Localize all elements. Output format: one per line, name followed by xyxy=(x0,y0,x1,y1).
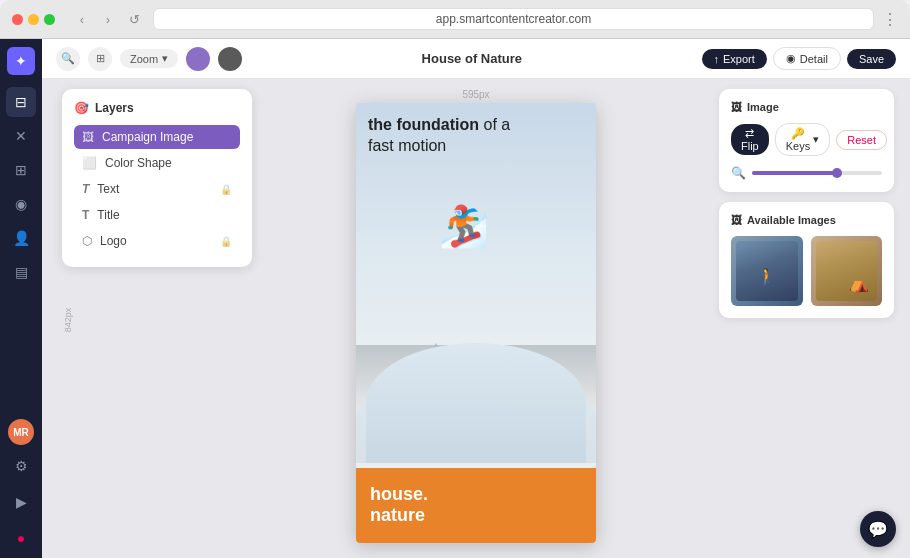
keys-label: 🔑 Keys xyxy=(786,127,810,152)
lock-icon-logo: 🔒 xyxy=(220,236,232,247)
page-title: House of Nature xyxy=(250,51,693,66)
layers-title-text: Layers xyxy=(95,101,134,115)
sidebar-icon-eye[interactable]: ◉ xyxy=(6,189,36,219)
sidebar-icon-settings[interactable]: ⚙ xyxy=(6,451,36,481)
image1-person-icon: 🚶 xyxy=(757,267,777,286)
layers-title-icon: 🎯 xyxy=(74,101,89,115)
sidebar-icon-folder[interactable]: ▤ xyxy=(6,257,36,287)
maximize-button[interactable] xyxy=(44,14,55,25)
avatar[interactable]: MR xyxy=(8,419,34,445)
browser-chrome: ‹ › ↺ app.smartcontentcreator.com ⋮ xyxy=(0,0,910,39)
layer-icon-logo: ⬡ xyxy=(82,234,92,248)
brand-name-line1: house. xyxy=(370,484,582,506)
sidebar-icon-grid[interactable]: ⊞ xyxy=(6,155,36,185)
layer-label-logo: Logo xyxy=(100,234,127,248)
export-button[interactable]: ↑ Export xyxy=(702,49,767,69)
refresh-button[interactable]: ↺ xyxy=(123,8,145,30)
layer-icon-campaign: 🖼 xyxy=(82,130,94,144)
export-icon: ↑ xyxy=(714,53,720,65)
layer-icon-color-shape: ⬜ xyxy=(82,156,97,170)
layer-item-color-shape[interactable]: ⬜ Color Shape xyxy=(74,151,240,175)
snow-mound xyxy=(366,343,586,463)
keys-button[interactable]: 🔑 Keys ▾ xyxy=(775,123,830,156)
sidebar-icon-play[interactable]: ▶ xyxy=(6,487,36,517)
available-images-card: 🖼 Available Images 🚶 ⛺ xyxy=(719,202,894,318)
traffic-lights xyxy=(12,14,55,25)
available-image-2[interactable]: ⛺ xyxy=(811,236,883,306)
slider-track[interactable] xyxy=(752,171,882,175)
zoom-slider[interactable]: 🔍 xyxy=(731,166,882,180)
canvas-headline: the foundation of afast motion xyxy=(368,115,584,157)
canvas-wrapper: 595px 🏂 the foundation of afast moti xyxy=(356,89,596,543)
back-button[interactable]: ‹ xyxy=(71,8,93,30)
logo-icon: ✦ xyxy=(15,53,27,69)
top-toolbar: 🔍 ⊞ Zoom ▾ House of Nature ↑ Export ◉ De… xyxy=(42,39,910,79)
chat-bubble-button[interactable]: 💬 xyxy=(860,511,896,547)
close-button[interactable] xyxy=(12,14,23,25)
zoom-search-icon: 🔍 xyxy=(731,166,746,180)
color-circle-2[interactable] xyxy=(218,47,242,71)
reset-button[interactable]: Reset xyxy=(836,130,887,150)
layer-icon-text: T xyxy=(82,182,89,196)
nav-buttons: ‹ › ↺ xyxy=(71,8,145,30)
image-controls: ⇄ Flip 🔑 Keys ▾ Reset xyxy=(731,123,882,156)
slider-thumb[interactable] xyxy=(832,168,842,178)
color-circle-1[interactable] xyxy=(186,47,210,71)
layer-label-title: Title xyxy=(97,208,119,222)
snowboarder-figure: 🏂 xyxy=(439,203,489,250)
toolbar-right: ↑ Export ◉ Detail Save xyxy=(702,47,897,70)
detail-icon: ◉ xyxy=(786,52,796,65)
image-card-title-text: Image xyxy=(747,101,779,113)
sidebar-icon-home[interactable]: ⊟ xyxy=(6,87,36,117)
sidebar-icon-search[interactable]: ✕ xyxy=(6,121,36,151)
available-images-title: 🖼 Available Images xyxy=(731,214,882,226)
layers-panel: 🎯 Layers 🖼 Campaign Image ⬜ Color Shape … xyxy=(62,89,252,267)
address-bar[interactable]: app.smartcontentcreator.com xyxy=(153,8,874,30)
search-button[interactable]: 🔍 xyxy=(56,47,80,71)
minimize-button[interactable] xyxy=(28,14,39,25)
sidebar-icon-record[interactable]: ● xyxy=(6,523,36,553)
layers-title: 🎯 Layers xyxy=(74,101,240,115)
layer-item-text[interactable]: T Text 🔒 xyxy=(74,177,240,201)
available-images-title-text: Available Images xyxy=(747,214,836,226)
brand-name-line2: nature xyxy=(370,505,582,527)
available-images-icon: 🖼 xyxy=(731,214,742,226)
zoom-chevron-icon: ▾ xyxy=(162,52,168,65)
canvas-image[interactable]: 🏂 the foundation of afast motion house. … xyxy=(356,103,596,543)
canvas-px-label: 595px xyxy=(356,89,596,100)
save-button[interactable]: Save xyxy=(847,49,896,69)
canvas-headline-bold: the foundation xyxy=(368,116,479,133)
slider-fill xyxy=(752,171,837,175)
grid-button[interactable]: ⊞ xyxy=(88,47,112,71)
icon-sidebar: ✦ ⊟ ✕ ⊞ ◉ 👤 ▤ MR ⚙ ▶ ● xyxy=(0,39,42,558)
available-image-1[interactable]: 🚶 xyxy=(731,236,803,306)
lock-icon-text: 🔒 xyxy=(220,184,232,195)
zoom-dropdown[interactable]: Zoom ▾ xyxy=(120,49,178,68)
layer-label-text: Text xyxy=(97,182,119,196)
image2-tent-icon: ⛺ xyxy=(849,274,869,293)
layer-item-campaign-image[interactable]: 🖼 Campaign Image xyxy=(74,125,240,149)
zoom-label: Zoom xyxy=(130,53,158,65)
canvas-area: 842px 🎯 Layers 🖼 Campaign Image ⬜ Color … xyxy=(42,79,910,558)
layer-icon-title: T xyxy=(82,208,89,222)
canvas-text-overlay: the foundation of afast motion xyxy=(368,115,584,157)
chat-icon: 💬 xyxy=(868,520,888,539)
app-logo[interactable]: ✦ xyxy=(7,47,35,75)
image-controls-card: 🖼 Image ⇄ Flip 🔑 Keys ▾ Reset 🔍 xyxy=(719,89,894,192)
layer-label-campaign: Campaign Image xyxy=(102,130,193,144)
app-container: ✦ ⊟ ✕ ⊞ ◉ 👤 ▤ MR ⚙ ▶ ● 🔍 ⊞ Zoom ▾ House … xyxy=(0,39,910,558)
detail-button[interactable]: ◉ Detail xyxy=(773,47,841,70)
forward-button[interactable]: › xyxy=(97,8,119,30)
layer-label-color-shape: Color Shape xyxy=(105,156,172,170)
canvas-brand-box: house. nature xyxy=(356,468,596,543)
image-card-icon: 🖼 xyxy=(731,101,742,113)
layer-item-title[interactable]: T Title xyxy=(74,203,240,227)
flip-button[interactable]: ⇄ Flip xyxy=(731,124,769,155)
keys-dropdown-icon: ▾ xyxy=(813,133,819,146)
layer-item-logo[interactable]: ⬡ Logo 🔒 xyxy=(74,229,240,253)
right-panel: 🖼 Image ⇄ Flip 🔑 Keys ▾ Reset 🔍 xyxy=(719,89,894,318)
sidebar-icon-user[interactable]: 👤 xyxy=(6,223,36,253)
available-images-grid: 🚶 ⛺ xyxy=(731,236,882,306)
image-card-title: 🖼 Image xyxy=(731,101,882,113)
browser-menu-dots[interactable]: ⋮ xyxy=(882,10,898,29)
